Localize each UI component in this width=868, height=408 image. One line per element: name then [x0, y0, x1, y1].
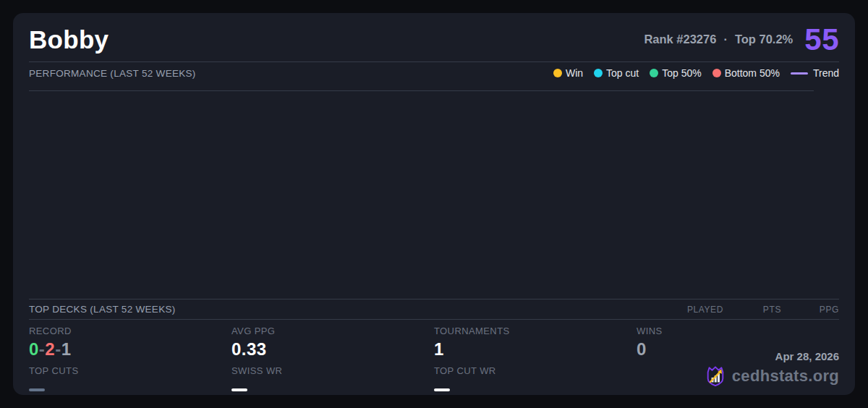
legend-label: Win: [566, 67, 583, 79]
legend-item-trend: Trend: [791, 67, 839, 79]
trend-line-icon: [791, 72, 808, 75]
dot-separator: ·: [723, 33, 728, 46]
legend-label: Top cut: [606, 67, 639, 79]
record-value: 0-2-1: [29, 340, 231, 358]
tournaments-value: 1: [434, 340, 637, 358]
stat-cell-avg-ppg: AVG PPG 0.33 SWISS WR: [231, 324, 434, 395]
brand-link[interactable]: cedhstats.org: [705, 365, 839, 388]
legend-label: Trend: [813, 67, 839, 79]
tournaments-label: TOURNAMENTS: [434, 326, 637, 336]
record-draws: 1: [61, 339, 72, 359]
top-decks-title: TOP DECKS (LAST 52 WEEKS): [29, 304, 176, 315]
cedhstats-crown-logo-icon: [705, 365, 726, 388]
date-text: Apr 28, 2026: [775, 350, 839, 362]
score-value: 55: [804, 25, 839, 54]
rank-line: Rank #23276 · Top 70.2%: [644, 33, 793, 46]
legend-item-top-50: Top 50%: [650, 67, 701, 79]
avg-ppg-label: AVG PPG: [231, 326, 434, 336]
avg-ppg-value: 0.33: [231, 340, 434, 358]
top-cut-wr-empty-value: [434, 388, 450, 391]
player-stats-card: Bobby Rank #23276 · Top 70.2% 55 PERFORM…: [13, 13, 855, 395]
header-right: Rank #23276 · Top 70.2% 55: [644, 25, 839, 54]
top-decks-header-row: TOP DECKS (LAST 52 WEEKS) PLAYED PTS PPG: [29, 299, 839, 320]
legend-item-bottom-50: Bottom 50%: [712, 67, 780, 79]
card-header: Bobby Rank #23276 · Top 70.2% 55: [29, 25, 839, 55]
performance-section-title: PERFORMANCE (LAST 52 WEEKS): [29, 68, 196, 79]
record-wins: 0: [29, 339, 39, 359]
column-header-played: PLAYED: [665, 305, 723, 315]
top-decks-columns: PLAYED PTS PPG: [665, 305, 839, 315]
performance-header-row: PERFORMANCE (LAST 52 WEEKS) Win Top cut …: [29, 62, 839, 84]
top-cuts-empty-value: [29, 388, 45, 391]
win-dot-icon: [553, 69, 562, 77]
top-50-dot-icon: [650, 69, 658, 77]
percentile-text: Top 70.2%: [735, 33, 793, 46]
swiss-wr-empty-value: [231, 388, 247, 391]
wins-label: WINS: [637, 326, 839, 336]
chart-legend: Win Top cut Top 50% Bottom 50% Trend: [553, 67, 839, 79]
legend-label: Top 50%: [662, 67, 701, 79]
legend-item-win: Win: [553, 67, 583, 79]
top-cuts-label: TOP CUTS: [29, 365, 231, 376]
player-name: Bobby: [29, 26, 109, 54]
stat-cell-tournaments: TOURNAMENTS 1 TOP CUT WR: [434, 324, 637, 395]
column-header-pts: PTS: [723, 305, 781, 315]
bottom-50-dot-icon: [712, 69, 721, 77]
legend-label: Bottom 50%: [725, 67, 780, 79]
stat-cell-record: RECORD 0-2-1 TOP CUTS: [29, 324, 231, 395]
card-footer: Apr 28, 2026 cedhstats.org: [705, 350, 839, 388]
record-losses: 2: [45, 339, 55, 359]
swiss-wr-label: SWISS WR: [231, 365, 434, 376]
legend-item-top-cut: Top cut: [594, 67, 639, 79]
performance-chart-area: [13, 91, 855, 299]
brand-name: cedhstats.org: [732, 367, 839, 386]
record-label: RECORD: [29, 326, 231, 336]
rank-text: Rank #23276: [644, 33, 716, 46]
top-cut-dot-icon: [594, 69, 603, 77]
record-sep: -: [55, 339, 61, 359]
top-cut-wr-label: TOP CUT WR: [434, 365, 637, 376]
column-header-ppg: PPG: [781, 305, 839, 315]
